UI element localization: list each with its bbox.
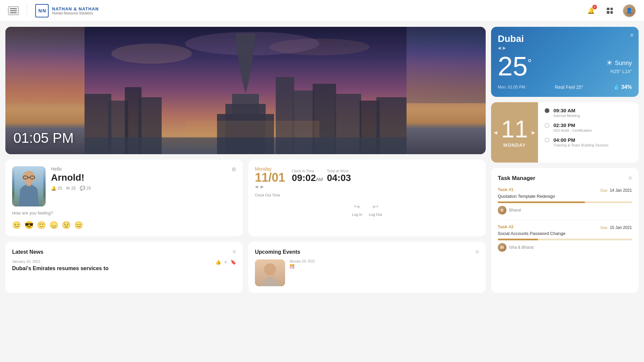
mood-selector: 😐 😎 🙂 😞 😟 😑 [12, 221, 236, 230]
schedule-dot-1 [545, 108, 549, 113]
events-title: Upcoming Events [255, 249, 300, 255]
schedule-item-2: 02:30 PM ISO Audit - Certification [545, 122, 632, 132]
svg-point-27 [264, 263, 276, 276]
schedule-list: 09:30 AM Internal Meeting 02:30 PM ISO A… [538, 102, 639, 163]
news-events-row: Latest News ≡ January 10, 2021 👍 ✈ 🔖 Dub… [5, 242, 486, 293]
skyline-svg [5, 27, 486, 154]
time-at-work-value: 04:03 [327, 173, 358, 183]
message-count-badge: ✉ 25 [66, 186, 75, 191]
weather-menu-icon[interactable]: ≡ [630, 32, 633, 38]
task-manager-header: Task Manager ≡ [498, 175, 632, 182]
task-menu-icon[interactable]: ≡ [628, 175, 632, 182]
log-out-button[interactable]: ↩ Log Out [369, 202, 382, 217]
weather-city: Dubai [498, 34, 524, 44]
task-manager-card: Task Manager ≡ Task #1 Due: 14 Jan 2021 … [491, 168, 639, 293]
schedule-card: ◀ 11 MONDAY ▶ 09:30 AM Internal Meeting … [491, 102, 639, 163]
clock-in-section: Clock In Time 09:02AM [292, 169, 323, 183]
bell-icon: 🔔 [51, 186, 56, 191]
settings-icon[interactable]: ⚙ [231, 166, 236, 173]
task-1-due-date: 14 Jan 2021 [610, 188, 632, 193]
event-actions: 🎊 [289, 264, 315, 269]
svg-rect-19 [185, 121, 319, 137]
task-2-assignee: IB Isha & Bharat [498, 243, 632, 252]
mood-cool[interactable]: 😎 [24, 221, 34, 230]
news-date: January 10, 2021 [12, 259, 41, 263]
notification-button[interactable]: 🔔 1 [585, 5, 597, 17]
weather-real-feel: Real Feel 25° [555, 84, 583, 90]
event-info: January 29, 2021 🎊 [289, 259, 315, 269]
event-party-icon: 🎊 [289, 264, 295, 269]
task-1-avatar: B [498, 206, 506, 215]
mood-sad[interactable]: 😞 [49, 221, 58, 230]
mood-worried[interactable]: 😟 [62, 221, 71, 230]
cal-next-button[interactable]: ▶ [532, 130, 535, 135]
mood-blank[interactable]: 😑 [74, 221, 83, 230]
task-item-2: Task #2 Due: 15 Jan 2021 Social Accounts… [498, 224, 632, 252]
user-photo [12, 166, 46, 206]
greeting-user: Hello Arnold! ⚙ 🔔 25 ✉ [12, 166, 236, 206]
svg-point-1 [111, 44, 192, 64]
greeting-hello: Hello [51, 166, 85, 172]
news-actions: 👍 ✈ 🔖 [215, 259, 236, 265]
task-2-num: Task #2 [498, 224, 514, 229]
main-content: 01:05 PM [0, 21, 644, 298]
task-2-name: Social Accounts Password Change [498, 231, 632, 236]
task-1-due-label: Due: [600, 188, 608, 192]
event-date: January 29, 2021 [289, 259, 315, 263]
apps-grid-button[interactable] [604, 5, 616, 17]
user-avatar-button[interactable]: 👤 [623, 4, 636, 17]
schedule-event-1: Internal Meeting [553, 114, 580, 118]
task-2-header: Task #2 Due: 15 Jan 2021 [498, 224, 632, 230]
droplet-icon: 💧 [613, 84, 620, 90]
schedule-item-3: 04:00 PM Training & Team Building Sessio… [545, 137, 632, 147]
clock-out-label: Clock Out Time [255, 193, 479, 197]
clock-in-value: 09:02AM [292, 173, 323, 183]
brand-subtitle: Human Resource Solutions [52, 11, 99, 15]
logo-area: N N NATHAN & NATHAN Human Resource Solut… [35, 4, 99, 17]
task-1-header: Task #1 Due: 14 Jan 2021 [498, 187, 632, 193]
calendar-date-panel: ◀ 11 MONDAY ▶ [491, 102, 538, 163]
cal-prev-button[interactable]: ◀ [494, 130, 497, 135]
schedule-event-3: Training & Team Building Session [553, 143, 608, 147]
mood-neutral[interactable]: 😐 [12, 221, 21, 230]
weather-right: ☀ Sunny H25° L14° [606, 59, 632, 74]
sun-icon: ☀ [606, 59, 613, 67]
weather-prev[interactable]: ◀ [498, 46, 501, 50]
date-prev[interactable]: ◀ [255, 184, 258, 189]
time-actions: ↪ Log In ↩ Log Out [255, 202, 479, 217]
right-column: Dubai ◀ ▶ ≡ 25° ☀ Sunny [491, 27, 639, 293]
news-headline: Dubai's Emirates resumes services to [12, 265, 236, 272]
time-tracker-card: Monday 11/01 ◀ ▶ Clock In Time 09:02AM [248, 160, 486, 236]
task-1-progress-bar-bg [498, 201, 632, 203]
user-photo-placeholder [12, 166, 46, 206]
events-menu-icon[interactable]: ≡ [475, 248, 479, 255]
schedule-time-3: 04:00 PM [553, 137, 608, 143]
news-card: Latest News ≡ January 10, 2021 👍 ✈ 🔖 Dub… [5, 242, 243, 293]
calendar-day-name: MONDAY [503, 142, 526, 148]
task-2-due-label: Due: [600, 226, 608, 230]
hamburger-menu[interactable] [8, 6, 19, 15]
mood-smile[interactable]: 🙂 [37, 221, 46, 230]
weather-next[interactable]: ▶ [503, 46, 506, 50]
log-in-button[interactable]: ↪ Log In [352, 202, 362, 217]
task-2-due-date: 15 Jan 2021 [610, 225, 632, 230]
task-1-assignee-name: Bharat [509, 208, 521, 213]
greeting-question: How are you feeling? [12, 210, 236, 216]
logo-text: NATHAN & NATHAN Human Resource Solutions [52, 6, 99, 15]
left-column: 01:05 PM [5, 27, 486, 293]
task-2-assignee-name: Isha & Bharat [509, 245, 534, 250]
news-menu-icon[interactable]: ≡ [232, 248, 236, 255]
like-icon[interactable]: 👍 [215, 259, 221, 265]
events-card: Upcoming Events ≡ [248, 242, 486, 293]
task-1-name: Quotation Template Redesign [498, 194, 632, 199]
weather-high-low: H25° L14° [606, 69, 632, 74]
bookmark-icon[interactable]: 🔖 [230, 259, 236, 265]
weather-humidity: 💧 34% [613, 84, 632, 90]
share-icon[interactable]: ✈ [224, 259, 228, 265]
time-stats: Clock In Time 09:02AM Time at Work 04:03 [292, 169, 358, 183]
date-next[interactable]: ▶ [261, 184, 264, 189]
calendar-day-number: 11 [501, 117, 528, 141]
weather-temperature: 25° [498, 53, 532, 80]
comment-icon: 💬 [80, 186, 85, 191]
notification-badge: 1 [592, 5, 597, 9]
